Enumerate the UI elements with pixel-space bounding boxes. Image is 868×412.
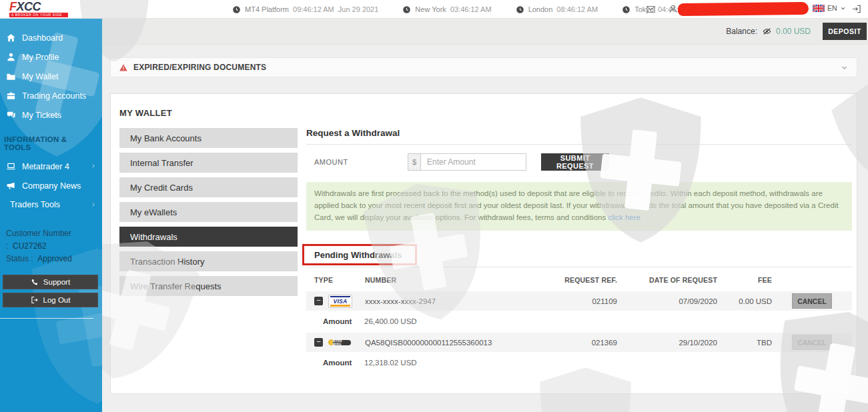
visa-card-icon: VISA (328, 295, 352, 308)
info-text: Withdrawals are first processed back to … (314, 189, 839, 221)
clock-label: New York (415, 5, 446, 13)
warning-icon (119, 63, 128, 72)
column-header-request-ref: REQUEST REF. (530, 276, 617, 284)
logout-label: Log Out (43, 296, 71, 304)
withdrawal-info-box: Withdrawals are first processed back to … (306, 182, 852, 231)
wallet-menu: My Bank Accounts Internal Transfer My Cr… (119, 128, 298, 374)
balance-amount: 0.00 USD (776, 27, 811, 36)
support-label: Support (43, 278, 70, 286)
clock-time: 08:46:12 AM (556, 5, 598, 13)
deposit-button[interactable]: DEPOSIT (823, 23, 867, 40)
sidebar-item-label: My Tickets (22, 111, 61, 120)
collapse-icon[interactable]: − (314, 338, 323, 347)
expired-documents-banner[interactable]: EXPIRED/EXPIRING DOCUMENTS (110, 57, 857, 77)
column-header-date-of-request: DATE OF REQUEST (617, 276, 717, 284)
sidebar-item-metatrader4[interactable]: Metatrader 4 (0, 157, 102, 176)
sidebar-item-trading-accounts[interactable]: Trading Accounts (0, 86, 102, 105)
redaction-scribble (678, 2, 809, 16)
sidebar-item-dashboard[interactable]: Dashboard (0, 28, 102, 47)
top-bar: FXCC A BROKER ON YOUR SIDE MT4 Platform … (0, 0, 868, 19)
bank-wire-icon: BANK WIRE (328, 337, 352, 348)
withdrawals-panel: Request a Withdrawal AMOUNT $ SUBMIT REQ… (306, 128, 852, 374)
type-cell: − VISA (306, 295, 365, 308)
clock-label: London (528, 5, 553, 13)
pending-withdrawals-section: Pending Withdrawals TYPE NUMBER REQUEST … (306, 245, 852, 374)
status-label: Status : (6, 254, 33, 263)
menu-item-transaction-history[interactable]: Transaction History (119, 251, 298, 271)
menu-item-withdrawals[interactable]: Withdrawals (119, 227, 298, 247)
withdrawal-form-row: AMOUNT $ SUBMIT REQUEST (306, 153, 852, 171)
date-of-request: 29/10/2020 (617, 339, 717, 347)
request-ref: 021369 (530, 339, 617, 347)
sidebar-divider (0, 318, 93, 319)
currency-prefix: $ (408, 153, 421, 171)
chevron-down-icon[interactable] (840, 63, 849, 72)
amount-input[interactable] (421, 153, 526, 171)
menu-item-my-credit-cards[interactable]: My Credit Cards (119, 177, 298, 197)
language-selector[interactable]: EN (813, 4, 846, 12)
sidebar-item-traders-tools[interactable]: Traders Tools (0, 195, 102, 214)
exit-icon[interactable] (851, 4, 861, 14)
laptop-icon (6, 161, 16, 171)
clock-date: Jun 29 2021 (338, 5, 379, 13)
balance-label: Balance: (726, 27, 757, 36)
amount-value: 26,400.00 USD (364, 317, 417, 325)
amount-value: 12,318.02 USD (364, 359, 417, 367)
sidebar-item-label: Trading Accounts (22, 91, 86, 101)
column-header-type: TYPE (306, 276, 365, 284)
cancel-button[interactable]: CANCEL (792, 293, 832, 309)
wallet-icon (6, 71, 16, 81)
menu-item-wire-transfer-requests[interactable]: Wire Transfer Requests (119, 276, 298, 296)
phone-icon (31, 278, 39, 286)
my-wallet-card: MY WALLET My Bank Accounts Internal Tran… (110, 93, 857, 394)
clock-label: MT4 Platform (245, 5, 289, 13)
support-button[interactable]: Support (3, 275, 98, 289)
menu-item-my-ewallets[interactable]: My eWallets (119, 202, 298, 222)
request-ref: 021109 (530, 297, 617, 305)
section-title-pending-withdrawals: Pending Withdrawals (306, 245, 852, 267)
column-header-fee: FEE (717, 276, 772, 284)
sidebar-item-my-profile[interactable]: My Profile (0, 47, 102, 67)
user-icon[interactable] (669, 4, 678, 14)
submit-request-button[interactable]: SUBMIT REQUEST (541, 153, 609, 171)
click-here-link[interactable]: click here (608, 213, 640, 221)
customer-info: Customer Number : CU27262 Status : Appro… (0, 227, 102, 265)
withdrawal-number: xxxx-xxxx-xxxx-2947 (365, 297, 530, 305)
app-screen: FXCC A BROKER ON YOUR SIDE MT4 Platform … (0, 0, 868, 412)
cancel-button[interactable]: CANCEL (792, 335, 832, 350)
hide-balance-icon[interactable] (762, 27, 772, 36)
sidebar-item-label: My Profile (22, 53, 59, 62)
sidebar-section-header: INFORMATION & TOOLS (0, 125, 102, 157)
amount-label: AMOUNT (306, 158, 408, 166)
clock-icon (622, 5, 630, 14)
megaphone-icon (6, 181, 16, 191)
logout-button[interactable]: Log Out (3, 293, 98, 307)
section-title-request-withdrawal: Request a Withdrawal (306, 128, 852, 145)
logout-icon (31, 296, 39, 304)
sidebar-item-company-news[interactable]: Company News (0, 176, 102, 195)
type-cell: − BANK WIRE (306, 337, 365, 348)
clock-time: 03:46:12 AM (450, 5, 492, 13)
clock-mt4: MT4 Platform 09:46:12 AM Jun 29 2021 (232, 5, 378, 14)
chevron-right-icon (90, 163, 97, 169)
table-row: − BANK WIRE QA58QISB00000000011255536001… (306, 333, 852, 352)
home-icon (6, 33, 16, 43)
menu-item-my-bank-accounts[interactable]: My Bank Accounts (119, 128, 298, 148)
uk-flag-icon (813, 5, 825, 12)
sidebar-nav: Dashboard My Profile My Wallet Trading A… (0, 19, 102, 412)
fxcc-logo[interactable]: FXCC A BROKER ON YOUR SIDE (9, 1, 68, 17)
clock-time: 09:46:12 AM (293, 5, 334, 13)
collapse-icon[interactable]: − (314, 297, 323, 305)
table-row: − VISA xxxx-xxxx-xxxx-2947 021109 07/09/… (306, 291, 852, 311)
menu-item-internal-transfer[interactable]: Internal Transfer (119, 153, 298, 173)
language-code: EN (827, 4, 837, 12)
amount-label: Amount (323, 359, 364, 367)
envelope-icon[interactable] (646, 5, 656, 14)
chevron-down-icon (840, 5, 846, 11)
sidebar-item-label: Dashboard (22, 33, 63, 43)
sidebar-item-my-tickets[interactable]: My Tickets (0, 105, 102, 125)
column-header-number: NUMBER (365, 276, 530, 284)
fee-value: 0.00 USD (717, 297, 772, 305)
page-title: MY WALLET (119, 108, 857, 118)
sidebar-item-my-wallet[interactable]: My Wallet (0, 67, 102, 86)
